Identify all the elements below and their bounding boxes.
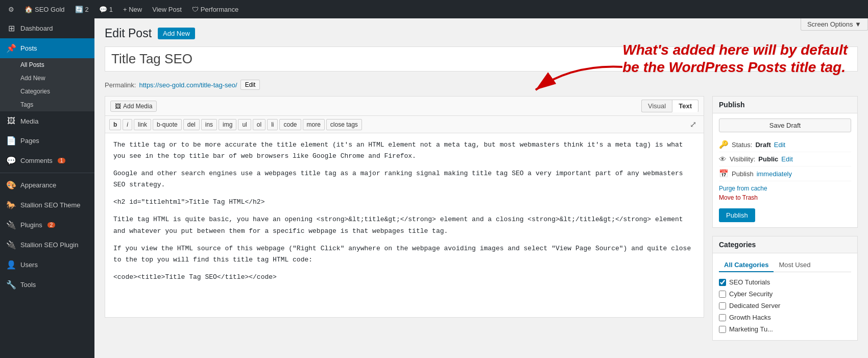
link-button[interactable]: link xyxy=(134,119,151,130)
performance-label: Performance xyxy=(201,6,238,13)
adminbar-updates[interactable]: 🔄 2 xyxy=(71,0,93,18)
checkbox-marketing-tu[interactable] xyxy=(719,326,726,333)
users-label: Users xyxy=(20,261,38,269)
checkbox-seo-tutorials[interactable] xyxy=(719,279,726,286)
status-edit-link[interactable]: Edit xyxy=(774,141,785,149)
media-icon: 🖼 xyxy=(6,116,16,126)
more-button[interactable]: more xyxy=(303,119,325,130)
dashboard-icon: ⊞ xyxy=(6,23,16,33)
move-to-trash-link[interactable]: Move to Trash xyxy=(719,194,758,201)
post-title-input[interactable] xyxy=(105,46,858,71)
home-icon: 🏠 xyxy=(25,6,33,13)
ul-button[interactable]: ul xyxy=(238,119,251,130)
label-cyber-security: Cyber Security xyxy=(729,290,773,298)
admin-sidebar: ⊞ Dashboard 📌 Posts All Posts Add New Ca… xyxy=(0,18,94,358)
add-media-button[interactable]: 🖼 Add Media xyxy=(110,101,157,112)
permalink-edit-button[interactable]: Edit xyxy=(240,80,260,90)
sidebar-item-stallion-seo-theme[interactable]: 🐎 Stallion SEO Theme xyxy=(0,195,94,215)
label-growth-hacks: Growth Hacks xyxy=(729,314,771,321)
stallion-theme-icon: 🐎 xyxy=(6,200,16,210)
tools-label: Tools xyxy=(20,281,36,289)
submenu-add-new[interactable]: Add New xyxy=(0,71,94,85)
img-button[interactable]: img xyxy=(219,119,236,130)
ol-button[interactable]: ol xyxy=(253,119,266,130)
adminbar-view-post[interactable]: View Post xyxy=(148,0,186,18)
adminbar-site[interactable]: 🏠 SEO Gold xyxy=(20,0,69,18)
code-button[interactable]: code xyxy=(279,119,301,130)
publish-label: Publish xyxy=(732,170,754,178)
expand-button[interactable]: ⤢ xyxy=(687,118,700,130)
li-button[interactable]: li xyxy=(267,119,278,130)
sidebar-item-media[interactable]: 🖼 Media xyxy=(0,111,94,131)
add-new-button[interactable]: Add New xyxy=(158,28,195,39)
text-tab[interactable]: Text xyxy=(672,100,698,112)
publish-button[interactable]: Publish xyxy=(719,208,755,222)
adminbar-performance[interactable]: 🛡 Performance xyxy=(188,0,243,18)
sidebar-item-comments[interactable]: 💬 Comments 1 xyxy=(0,151,94,171)
italic-button[interactable]: i xyxy=(123,119,132,130)
purge-cache-link[interactable]: Purge from cache xyxy=(719,185,767,192)
sidebar-item-users[interactable]: 👤 Users xyxy=(0,255,94,275)
adminbar-comments[interactable]: 💬 1 xyxy=(95,0,117,18)
save-draft-button[interactable]: Save Draft xyxy=(719,118,851,132)
view-post-label: View Post xyxy=(152,6,182,13)
checkbox-dedicated-server[interactable] xyxy=(719,302,726,309)
sidebar-item-posts[interactable]: 📌 Posts xyxy=(0,38,94,58)
comments-icon: 💬 xyxy=(99,6,107,13)
site-name: SEO Gold xyxy=(35,6,65,13)
publish-time-row: 📅 Publish immediately xyxy=(719,166,851,181)
sidebar-item-stallion-seo-plugin[interactable]: 🔌 Stallion SEO Plugin xyxy=(0,235,94,255)
posts-submenu: All Posts Add New Categories Tags xyxy=(0,58,94,111)
main-editor: 🖼 Add Media Visual Text b i link b-qu xyxy=(105,96,704,349)
plugins-icon: 🔌 xyxy=(6,220,16,230)
adminbar-new[interactable]: + New xyxy=(119,0,146,18)
plugins-badge: 2 xyxy=(47,222,56,228)
pages-icon: 📄 xyxy=(6,136,16,146)
checkbox-growth-hacks[interactable] xyxy=(719,314,726,321)
checkbox-cyber-security[interactable] xyxy=(719,291,726,298)
bquote-button[interactable]: b-quote xyxy=(153,119,182,130)
publish-actions: Publish xyxy=(719,204,851,222)
content-wrapper: 🖼 Add Media Visual Text b i link b-qu xyxy=(105,96,858,349)
content-p6: <code><title>Title Tag SEO</title></code… xyxy=(113,272,695,283)
close-tags-button[interactable]: close tags xyxy=(326,119,362,130)
categories-box-header: Categories xyxy=(713,236,857,253)
users-icon: 👤 xyxy=(6,260,16,270)
new-label: + New xyxy=(123,6,142,13)
content-p4: Title tag HTML is quite basic, you have … xyxy=(113,214,695,236)
most-used-tab[interactable]: Most Used xyxy=(774,258,815,272)
ins-button[interactable]: ins xyxy=(201,119,217,130)
tools-icon: 🔧 xyxy=(6,280,16,290)
bold-button[interactable]: b xyxy=(109,119,121,130)
publish-value[interactable]: immediately xyxy=(757,170,792,178)
permalink-url[interactable]: https://seo-gold.com/title-tag-seo/ xyxy=(139,81,237,89)
sidebar-item-dashboard[interactable]: ⊞ Dashboard xyxy=(0,18,94,38)
submenu-tags[interactable]: Tags xyxy=(0,98,94,111)
adminbar-wp[interactable]: ⚙ xyxy=(4,0,18,18)
submenu-all-posts[interactable]: All Posts xyxy=(0,58,94,71)
plugins-label: Plugins xyxy=(20,221,42,229)
category-growth-hacks: Growth Hacks xyxy=(719,312,851,323)
all-categories-tab[interactable]: All Categories xyxy=(719,258,774,272)
comments-menu-label: Comments xyxy=(20,157,53,164)
publish-box: Publish Save Draft 🔑 Status: Draft Edit … xyxy=(712,96,858,228)
status-label: Status: xyxy=(732,141,752,149)
label-dedicated-server: Dedicated Server xyxy=(729,302,780,309)
content-p2: Google and other search engines use a we… xyxy=(113,168,695,190)
visual-tab[interactable]: Visual xyxy=(641,100,672,112)
appearance-label: Appearance xyxy=(20,181,56,189)
sidebar-item-pages[interactable]: 📄 Pages xyxy=(0,131,94,151)
sidebar-item-appearance[interactable]: 🎨 Appearance xyxy=(0,175,94,195)
sidebar-item-tools[interactable]: 🔧 Tools xyxy=(0,275,94,295)
label-seo-tutorials: SEO Tutorials xyxy=(729,278,770,286)
wp-admin: ⊞ Dashboard 📌 Posts All Posts Add New Ca… xyxy=(0,18,868,358)
submenu-categories[interactable]: Categories xyxy=(0,85,94,98)
editor-content[interactable]: The title tag or to be more accurate the… xyxy=(105,133,704,317)
del-button[interactable]: del xyxy=(183,119,200,130)
screen-options-button[interactable]: Screen Options ▼ xyxy=(801,18,868,31)
visibility-edit-link[interactable]: Edit xyxy=(781,155,792,163)
sidebar-item-plugins[interactable]: 🔌 Plugins 2 xyxy=(0,215,94,235)
page-title: Edit Post xyxy=(105,27,152,40)
comments-count: 1 xyxy=(109,6,113,13)
category-seo-tutorials: SEO Tutorials xyxy=(719,276,851,288)
